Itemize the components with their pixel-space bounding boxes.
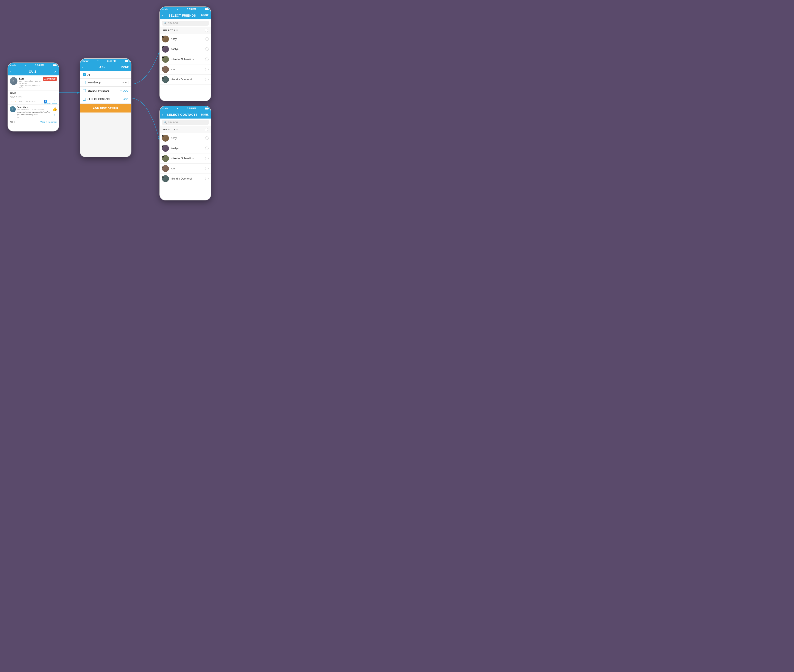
user-lvl: lvl: 1 [19,86,41,89]
contact-radio[interactable] [205,177,209,181]
tab-best[interactable]: BEST [17,99,25,104]
battery-friends [205,8,209,10]
tab-ask-friends-label: ASK FRIENDS [40,103,51,104]
nav-bar-friends: ‹ SELECT FRIENDS DONE [160,12,211,19]
tab-ask-friends[interactable]: 👥 ASK FRIENDS [40,99,51,104]
ask-item-contact[interactable]: SELECT CONTACT ＋ ADD [80,95,131,104]
select-contacts-content: 🔍 SEARCH SELECT ALL N Nody K Kostya H Hi… [160,118,211,200]
friends-list: N Nody K Kostya H Hitendra Solanki ios k… [160,34,211,85]
back-button-ask[interactable]: ‹ [82,65,84,70]
comment-body: John Mark Wrd, December 17 2014 12:33 PM… [17,106,51,118]
select-all-radio-friends[interactable] [205,29,208,32]
nav-title-ask: ASK [99,66,106,69]
tab-bar: DATE BEST HONORED 👥 ASK FRIENDS ↗ SHARE [8,99,59,104]
select-all-radio-contacts[interactable] [205,128,208,131]
friend-radio[interactable] [205,68,209,71]
friend-row[interactable]: H Hitendra Solanki ios [160,54,211,64]
contact-row[interactable]: K Kostya [160,143,211,154]
ask-item-friends[interactable]: SELECT FRIENDS ＋ ADD [80,86,131,95]
ask-item-all[interactable]: All [80,71,131,78]
wifi-icon-quiz: ▾ [25,64,26,66]
phone-ask: Carrier ▾ 3:46 PM ‹ ASK DONE All New Gro… [80,58,131,157]
add-contact-button[interactable]: ＋ ADD [120,97,128,101]
all-zero-row: ALL 0 Write a Comment [8,120,59,124]
time-contacts: 3:55 PM [187,107,196,110]
contact-name: kon [171,167,203,170]
time-ask: 3:46 PM [107,60,117,62]
done-button-contacts[interactable]: DONE [201,113,209,116]
contact-row[interactable]: N Nody [160,133,211,143]
friend-avatar: K [162,46,169,53]
back-button-quiz[interactable]: ‹ [10,69,11,74]
write-comment-link[interactable]: Write a Comment [40,121,57,123]
contact-row[interactable]: H Hitendra Solanki ios [160,154,211,163]
friend-radio[interactable] [205,58,209,61]
back-button-contacts[interactable]: ‹ [162,112,163,117]
edit-button-newgroup[interactable]: EDIT [121,81,128,84]
add-plus-icon-contact: ＋ [120,97,123,101]
comment-avatar: J [10,106,16,112]
carrier-ask: Carrier [82,60,89,62]
search-icon-contacts: 🔍 [164,121,167,124]
tab-honored[interactable]: HONORED [25,99,37,104]
select-all-friends-label: SELECT ALL [163,29,179,32]
checkbox-contact[interactable] [83,98,86,101]
carrier-quiz: Carrier [10,64,17,66]
back-button-friends[interactable]: ‹ [162,13,163,18]
contact-avatar: k [162,165,169,172]
user-name: kon [19,77,41,80]
status-bar-ask: Carrier ▾ 3:46 PM [80,59,131,63]
check-button-quiz[interactable]: ✓ [54,70,57,74]
tema-section: ТЕМА Куда и как? [8,91,59,99]
friend-radio[interactable] [205,47,209,51]
done-button-ask[interactable]: DONE [121,66,129,69]
ask-label-newgroup: New Group [88,81,119,84]
comment-date: Wrd, December 17 2014 12:33 PM [17,109,51,110]
add-new-group-button[interactable]: ADD NEW GROUP [80,104,131,112]
contact-radio[interactable] [205,147,209,150]
friend-avatar: H [162,56,169,63]
friend-row[interactable]: N Nody [160,34,211,44]
contact-name: Nody [171,137,203,140]
checkbox-friends[interactable] [83,89,86,92]
friend-name: Hitendra Solanki ios [171,58,203,61]
add-friends-button[interactable]: ＋ ADD [120,89,128,93]
comment-lvl: lvl: 1 [17,117,51,118]
battery-ask [125,60,129,62]
friend-radio[interactable] [205,37,209,41]
select-all-friends-row: SELECT ALL [160,27,211,34]
share-icon: ↗ [53,99,56,102]
search-bar-friends[interactable]: 🔍 SEARCH [161,21,209,26]
wifi-icon-friends: ▾ [177,8,178,10]
tab-date[interactable]: DATE [10,99,17,104]
checkbox-all[interactable] [83,73,86,76]
search-placeholder-friends: SEARCH [168,22,178,24]
friend-row[interactable]: K Kostya [160,44,211,54]
checkbox-newgroup[interactable] [83,81,86,84]
contact-avatar: N [162,135,169,142]
friend-row[interactable]: h hitendra Openxcell [160,75,211,85]
search-bar-contacts[interactable]: 🔍 SEARCH [161,120,209,125]
wifi-icon-contacts: ▾ [177,107,178,109]
contact-avatar: H [162,155,169,162]
contact-name: Kostya [171,147,203,150]
contact-radio[interactable] [205,136,209,140]
friend-row[interactable]: k kon [160,64,211,75]
tema-subtitle: Куда и как? [10,95,57,98]
friend-name: Kostya [171,48,203,51]
tab-share-label: SHARE [52,103,57,104]
contact-row[interactable]: k kon [160,163,211,174]
ask-list: All New Group EDIT SELECT FRIENDS ＋ ADD [80,71,131,104]
comment-name: John Mark [17,106,51,109]
contact-radio[interactable] [205,167,209,170]
tab-share[interactable]: ↗ SHARE [52,99,57,104]
friend-radio[interactable] [205,78,209,81]
nav-bar-quiz: ‹ QUIZ ✓ [8,68,59,75]
contact-radio[interactable] [205,157,209,160]
done-button-friends[interactable]: DONE [201,14,209,17]
next-arrow-icon[interactable]: › [54,113,55,117]
contacts-list: N Nody K Kostya H Hitendra Solanki ios k… [160,133,211,184]
like-icon[interactable]: 👍 [52,107,57,111]
contact-row[interactable]: h hitendra Openxcell [160,174,211,184]
ask-item-newgroup[interactable]: New Group EDIT [80,78,131,86]
